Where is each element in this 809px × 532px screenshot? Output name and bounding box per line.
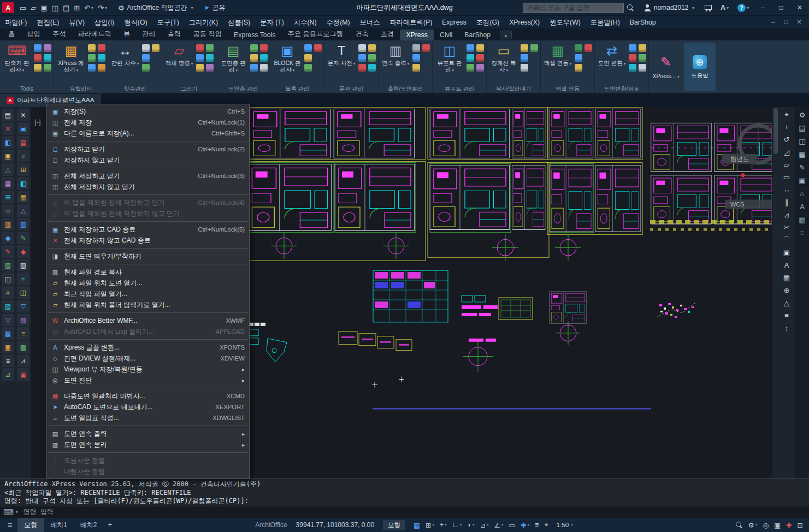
ribbon-big-button[interactable]: T문자 사전 ▾ xyxy=(327,42,356,66)
tool-palette-icon[interactable]: ○ xyxy=(2,204,14,217)
ribbon-tool-icon[interactable] xyxy=(639,64,646,72)
menubar-item[interactable]: 도움말(H) xyxy=(586,16,625,29)
settings-icon[interactable]: ⚙▾ xyxy=(746,521,760,529)
minimize-button[interactable]: – xyxy=(753,0,772,15)
modify-tool-icon[interactable]: A xyxy=(780,259,793,271)
ribbon-tool-icon[interactable] xyxy=(206,44,214,52)
ribbon-tab[interactable]: 공동 작업 xyxy=(187,28,228,40)
tool-palette-icon[interactable]: ▩ xyxy=(2,327,14,340)
menubar-item[interactable]: 도구(T) xyxy=(152,16,184,29)
ribbon-tool-icon[interactable] xyxy=(521,44,528,52)
ribbon-tool-icon[interactable] xyxy=(412,54,420,62)
tool-palette-icon[interactable]: ▤ xyxy=(2,109,14,121)
menu-item[interactable]: ↓내림차순 정렬 xyxy=(47,466,249,477)
modify-tool-icon[interactable]: ↺ xyxy=(780,133,793,146)
ribbon-tool-icon[interactable] xyxy=(639,44,646,52)
ribbon-tab[interactable]: 출력 xyxy=(162,28,187,40)
ribbon-big-button[interactable]: ⇄도면 변환 ▾ xyxy=(597,42,627,66)
workspace-selector[interactable]: ⚙ ArchiOffice 작업공간 ▾ xyxy=(115,2,196,14)
ribbon-tool-icon[interactable] xyxy=(358,44,366,52)
space-toggle-button[interactable]: 모형 xyxy=(383,520,405,530)
menubar-item[interactable]: 삽입(I) xyxy=(90,16,119,29)
ribbon-big-button[interactable]: ▤도면층 관리 ▾ xyxy=(219,42,248,73)
tool-palette-icon[interactable]: ▨ xyxy=(2,259,14,271)
doc-restore-button[interactable]: □ xyxy=(781,19,792,26)
new-file-icon[interactable]: ▭ xyxy=(17,3,28,13)
ribbon-tool-icon[interactable] xyxy=(314,44,322,52)
menu-item[interactable]: AXpress 글꼴 변환...XFONTS xyxy=(47,342,249,353)
ribbon-big-button[interactable]: ▣BLOCK 관리자 ▾ xyxy=(273,42,302,73)
menu-item[interactable]: ▥현재 파일 경로 복사 xyxy=(47,267,249,277)
tool-palette-icon[interactable]: ⊞ xyxy=(17,163,29,176)
ribbon-tool-icon[interactable] xyxy=(584,44,592,52)
ribbon-tool-icon[interactable] xyxy=(412,64,420,72)
tool-palette-icon[interactable]: ▽ xyxy=(2,314,14,326)
ribbon-big-button[interactable]: ▥연속 출력 ▾ xyxy=(381,42,410,66)
tool-palette-icon[interactable]: △ xyxy=(17,204,29,217)
ribbon-tool-icon[interactable] xyxy=(196,44,204,52)
panel-tool-icon[interactable]: A xyxy=(796,200,808,213)
polar-tracking-icon[interactable]: ◗▾ xyxy=(464,521,477,529)
save-icon[interactable]: ▣ xyxy=(38,3,49,13)
tool-palette-icon[interactable]: ◧ xyxy=(2,136,14,149)
tool-palette-icon[interactable]: ▩ xyxy=(17,341,29,353)
clean-screen-icon[interactable]: ▣ xyxy=(771,521,783,529)
ribbon-tool-icon[interactable] xyxy=(304,64,312,72)
keyboard-icon[interactable]: ⌨ xyxy=(3,508,14,516)
ribbon-big-button[interactable]: ◫뷰포트 관리 ▾ xyxy=(435,42,464,73)
ribbon-tool-icon[interactable] xyxy=(575,44,582,52)
tool-palette-icon[interactable]: ▣ xyxy=(2,150,14,162)
ribbon-tab[interactable]: 주석 xyxy=(46,28,72,40)
user-menu[interactable]: nomad2012 ▾ xyxy=(644,4,694,11)
tool-palette-icon[interactable]: ✕ xyxy=(2,122,14,135)
modify-tool-icon[interactable]: ⊕ xyxy=(780,284,793,297)
menu-item[interactable]: WArchiOffice Better WMF...XWMF xyxy=(47,315,249,326)
ribbon-tool-icon[interactable] xyxy=(521,64,528,72)
menu-item[interactable]: ◫전체 저장하지 않고 닫기 xyxy=(47,181,249,192)
ortho-icon[interactable]: ∟▾ xyxy=(450,521,465,529)
tool-palette-icon[interactable]: ▥ xyxy=(2,218,14,230)
modify-tool-icon[interactable]: ≡ xyxy=(780,309,793,322)
crosshair-icon[interactable]: +▾ xyxy=(437,521,450,529)
ribbon-tool-icon[interactable] xyxy=(368,54,376,62)
ribbon-tool-icon[interactable] xyxy=(250,44,258,52)
ribbon-tool-icon[interactable] xyxy=(206,64,214,72)
menubar-item[interactable]: 치수(N) xyxy=(289,16,322,29)
modify-tool-icon[interactable]: ◿ xyxy=(780,146,793,158)
ribbon-tab[interactable]: XPress xyxy=(400,29,434,40)
ribbon-tool-icon[interactable] xyxy=(466,54,474,62)
add-layout-button[interactable]: + xyxy=(104,518,117,532)
plot-icon[interactable]: ▤ xyxy=(61,3,72,13)
modify-tool-icon[interactable]: ▦ xyxy=(780,271,793,284)
tool-palette-icon[interactable]: ▦ xyxy=(17,191,29,203)
ribbon-tool-icon[interactable] xyxy=(142,64,150,72)
ribbon-tool-icon[interactable] xyxy=(476,44,484,52)
menu-item[interactable]: ▣저장(S)Ctrl+S xyxy=(47,106,249,117)
tool-palette-icon[interactable]: ◫ xyxy=(2,273,14,285)
tool-palette-icon[interactable]: ▣ xyxy=(17,122,29,135)
ribbon-tab[interactable]: 조경 xyxy=(375,28,400,40)
tool-palette-icon[interactable]: ▽ xyxy=(17,300,29,312)
scrollbar-thumb[interactable] xyxy=(773,108,778,154)
ribbon-tool-icon[interactable] xyxy=(98,44,105,52)
panel-tool-icon[interactable]: ▥ xyxy=(796,213,808,226)
ribbon-tool-icon[interactable] xyxy=(466,64,474,72)
ribbon-tool-icon[interactable] xyxy=(575,64,582,72)
tool-palette-icon[interactable]: ▣ xyxy=(17,368,29,381)
menubar-item[interactable]: 뷰(V) xyxy=(64,16,90,29)
menu-item[interactable]: ◫Viewport 뷰 저장/복원/연동▸ xyxy=(47,364,249,375)
ribbon-tab[interactable]: 주요 응용프로그램 xyxy=(281,28,349,40)
menubar-item[interactable]: 문자 (T) xyxy=(255,16,289,29)
lineweight-icon[interactable]: ▭ xyxy=(506,521,518,529)
menu-item[interactable]: ◫전체 저장Ctrl+NumLock(1) xyxy=(47,117,249,128)
grid-icon[interactable]: ▦ xyxy=(411,521,423,529)
menubar-item[interactable]: 파일(F) xyxy=(0,16,32,29)
ribbon-tool-icon[interactable] xyxy=(466,44,474,52)
save-all-icon[interactable]: ◫ xyxy=(50,3,61,13)
menu-item[interactable]: ▤도면 연속 출력▸ xyxy=(47,428,249,439)
panel-tool-icon[interactable]: ⚙ xyxy=(796,108,808,121)
modify-tool-icon[interactable]: ↕ xyxy=(780,322,793,334)
menu-item[interactable]: ▥도면 연속 분리▸ xyxy=(47,439,249,450)
ribbon-tool-icon[interactable] xyxy=(88,54,96,62)
maximize-button[interactable]: □ xyxy=(772,0,790,15)
